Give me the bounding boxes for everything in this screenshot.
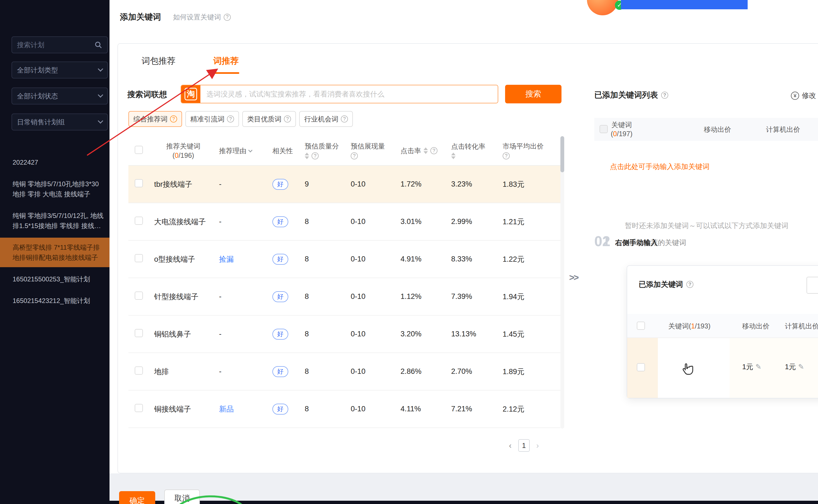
column-header-price: 市场平均出价 xyxy=(501,142,559,159)
select-all-checkbox[interactable] xyxy=(599,125,608,133)
confirm-button[interactable]: 确定 xyxy=(119,491,155,504)
plan-search-input[interactable] xyxy=(17,41,94,49)
column-header-mobile-bid: 移动出价 xyxy=(742,322,770,331)
keyword-search-box: 淘 xyxy=(181,85,498,103)
sidebar-plan-item[interactable]: 1650215423212_智能计划 xyxy=(0,291,109,310)
prev-page-button[interactable]: ‹ xyxy=(509,441,512,450)
question-icon[interactable] xyxy=(312,152,319,159)
relevance-badge: 好 xyxy=(273,329,288,340)
reason-cell: - xyxy=(218,330,271,338)
row-checkbox[interactable] xyxy=(637,363,645,371)
relevance-badge: 好 xyxy=(273,404,288,415)
plan-filter-dropdown[interactable]: 全部计划类型 xyxy=(11,62,108,78)
question-icon[interactable] xyxy=(661,92,668,99)
empty-hint-text: 暂时还未添加关键词～可以试试以下方式添加关键词 xyxy=(625,221,788,231)
question-icon[interactable] xyxy=(284,115,291,123)
recommend-type-chip[interactable]: 综合推荐词 xyxy=(128,111,182,127)
price-cell: 1.83元 xyxy=(501,179,559,189)
sidebar-plan-item[interactable]: 纯铜 零地排3/5/7/10/12孔, 地线排1.5*15接地排 零线排 接线端… xyxy=(0,206,109,235)
cancel-button[interactable]: 取消 xyxy=(164,490,200,504)
row-checkbox[interactable] xyxy=(135,217,143,225)
plan-label: 1650215423212_智能计划 xyxy=(13,296,104,306)
column-header-impressions: 预估展现量 xyxy=(349,142,399,159)
modify-bid-button[interactable]: ¥ 修改 xyxy=(791,91,816,100)
mobile-bid-cell[interactable]: 1元 ✎ xyxy=(742,362,761,372)
scrollbar-thumb[interactable] xyxy=(560,136,564,172)
question-icon[interactable] xyxy=(686,281,694,288)
sort-icon[interactable] xyxy=(451,153,456,159)
manual-add-link[interactable]: 点击此处可手动输入添加关键词 xyxy=(610,162,710,171)
ctr-cell: 4.91% xyxy=(399,255,449,263)
table-scrollbar[interactable] xyxy=(560,136,564,429)
reason-cell: - xyxy=(218,180,271,188)
tab-bar: 词包推荐 词推荐 xyxy=(141,55,239,74)
plan-label: 纯铜 零地排5/7/10孔地排3*30 地排 零排 大电流 接线端子 xyxy=(13,179,104,199)
select-all-checkbox[interactable] xyxy=(637,322,645,330)
hint-step: 02 右侧手动输入 xyxy=(594,234,658,249)
question-icon[interactable] xyxy=(227,115,234,123)
price-cell: 1.89元 xyxy=(501,367,559,377)
keyword-cell[interactable] xyxy=(658,338,730,398)
ctr-cell: 3.01% xyxy=(399,217,449,226)
keyword-search-input[interactable] xyxy=(200,85,498,103)
chip-label: 行业机会词 xyxy=(304,115,338,124)
recommend-type-chip[interactable]: 类目优质词 xyxy=(242,111,296,127)
column-header-reason[interactable]: 推荐理由 xyxy=(218,146,271,155)
recommend-type-chip[interactable]: 行业机会词 xyxy=(299,111,353,127)
sidebar-plan-item[interactable]: 高桥型零线排 7*11零线端子排 地排铜排配电箱接地接线端子 xyxy=(0,238,109,267)
row-checkbox[interactable] xyxy=(135,254,143,262)
plan-label: 1650215500253_智能计划 xyxy=(13,274,104,284)
tab[interactable]: 词包推荐 xyxy=(141,55,175,74)
search-button[interactable]: 搜索 xyxy=(505,85,561,103)
column-header-keyword: 关键词 (0/197) xyxy=(611,120,633,138)
sidebar-plan-item[interactable]: 2022427 xyxy=(0,153,109,172)
relevance-badge: 好 xyxy=(273,254,288,265)
edit-icon[interactable]: ✎ xyxy=(755,363,761,371)
tab-label: 词推荐 xyxy=(213,56,239,66)
question-icon[interactable] xyxy=(430,147,437,154)
ctr-cell: 2.86% xyxy=(399,367,449,376)
plan-filter-dropdown[interactable]: 全部计划状态 xyxy=(11,88,108,104)
tab[interactable]: 词推荐 xyxy=(213,55,239,74)
relevance-badge: 好 xyxy=(273,291,288,302)
quality-cell: 8 xyxy=(303,405,349,413)
sidebar: 全部计划类型 全部计划状态 日常销售计划组 2022427 纯铜 零地排5/7/… xyxy=(0,0,109,504)
help-link[interactable]: 如何设置关键词 xyxy=(173,13,231,22)
ctr-cell: 4.11% xyxy=(399,405,449,413)
select-all-checkbox[interactable] xyxy=(135,146,143,154)
question-icon[interactable] xyxy=(224,14,231,21)
plan-filter-dropdown[interactable]: 日常销售计划组 xyxy=(11,113,108,130)
question-icon[interactable] xyxy=(351,152,358,159)
question-icon[interactable] xyxy=(341,115,348,123)
popup-search-input[interactable] xyxy=(807,277,818,294)
row-checkbox[interactable] xyxy=(135,179,143,187)
search-icon[interactable] xyxy=(94,41,102,49)
price-cell: 1.21元 xyxy=(501,217,559,227)
page-number[interactable]: 1 xyxy=(518,439,530,452)
plan-list: 2022427 纯铜 零地排5/7/10孔地排3*30 地排 零排 大电流 接线… xyxy=(0,153,109,313)
sort-icon[interactable] xyxy=(423,147,428,154)
column-header-quality: 预估质量分 xyxy=(303,142,349,159)
collapse-panel-button[interactable]: >> xyxy=(569,272,578,283)
reason-cell: 新品 xyxy=(218,404,271,414)
row-checkbox[interactable] xyxy=(135,366,143,375)
next-page-button[interactable]: › xyxy=(536,441,539,450)
impressions-cell: 0-10 xyxy=(349,180,399,188)
cvr-cell: 13.13% xyxy=(449,330,501,338)
row-checkbox[interactable] xyxy=(135,329,143,337)
question-icon[interactable] xyxy=(170,115,177,123)
edit-icon[interactable]: ✎ xyxy=(798,363,804,371)
sort-icon[interactable] xyxy=(305,153,309,159)
add-keywords-card: 词包推荐 词推荐 搜索词联想 淘 搜索 综合推荐词 精准引流词 类目优质词 xyxy=(117,43,818,473)
pc-bid-cell[interactable]: 1元 ✎ xyxy=(785,362,804,372)
relevance-badge: 好 xyxy=(273,366,288,377)
modify-label: 修改 xyxy=(802,91,816,100)
sidebar-plan-item[interactable]: 1650215500253_智能计划 xyxy=(0,269,109,289)
row-checkbox[interactable] xyxy=(135,404,143,412)
question-icon[interactable] xyxy=(503,152,510,159)
cvr-cell: 8.33% xyxy=(449,255,501,263)
chevron-down-icon xyxy=(98,118,103,124)
recommend-type-chip[interactable]: 精准引流词 xyxy=(185,111,239,127)
sidebar-plan-item[interactable]: 纯铜 零地排5/7/10孔地排3*30 地排 零排 大电流 接线端子 xyxy=(0,174,109,204)
row-checkbox[interactable] xyxy=(135,292,143,300)
